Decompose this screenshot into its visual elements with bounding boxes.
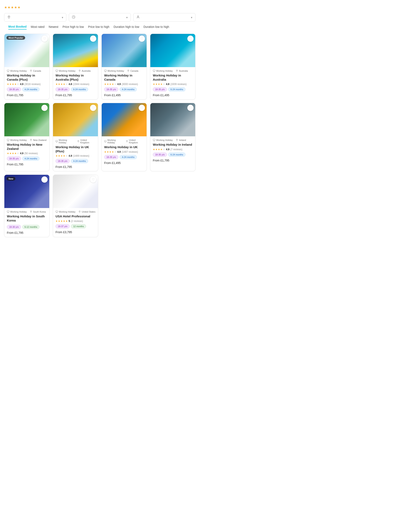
meta-location-text: Australia bbox=[82, 70, 91, 72]
category-icon bbox=[56, 140, 58, 143]
card-stars: ★★★★★ bbox=[153, 83, 165, 86]
tag-duration: 4-24 months bbox=[120, 155, 137, 159]
card-image-wrap: New ♡ bbox=[4, 175, 49, 208]
card-title: Working Holiday in Australia (Plus) bbox=[56, 73, 96, 82]
star-4: ★ bbox=[14, 5, 17, 9]
card-tags: 18-35 y/o 6-24 months bbox=[153, 152, 193, 157]
card-1: Most Popular ♡ Working Holiday Canada Wo… bbox=[4, 34, 50, 100]
heart-icon: ♡ bbox=[141, 106, 143, 110]
svg-rect-31 bbox=[153, 139, 155, 141]
favorite-button[interactable]: ♡ bbox=[41, 105, 48, 111]
location-icon bbox=[30, 139, 32, 141]
card-meta: Working Holiday Ireland bbox=[153, 139, 193, 141]
location-icon bbox=[127, 70, 129, 72]
star-filled: ★ bbox=[155, 83, 158, 86]
heart-icon: ♡ bbox=[189, 37, 192, 40]
review-count: (1487 reviews) bbox=[122, 151, 138, 153]
meta-location-text: United Kingdom bbox=[129, 139, 144, 144]
star-filled: ★ bbox=[160, 83, 163, 86]
star-filled: ★ bbox=[63, 220, 65, 222]
card-price: From £1,495 bbox=[104, 161, 144, 165]
sort-most-rated[interactable]: Most rated bbox=[31, 25, 45, 29]
svg-point-38 bbox=[31, 211, 31, 212]
review-count: (2 reviews) bbox=[71, 220, 83, 222]
card-9: New ♡ Working Holiday South Korea Workin… bbox=[4, 175, 50, 237]
tag-duration: 6-24 months bbox=[71, 87, 88, 91]
category-icon bbox=[7, 210, 9, 213]
sort-most-booked[interactable]: Most Booked bbox=[8, 25, 27, 30]
location-icon bbox=[78, 70, 81, 72]
card-tags: 18-35 y/o 4-24 months bbox=[56, 159, 96, 163]
star-filled: ★ bbox=[60, 83, 63, 86]
star-filled: ★ bbox=[12, 83, 14, 86]
meta-category: Working Holiday bbox=[56, 139, 74, 144]
category-icon bbox=[7, 139, 9, 141]
card-badge-popular: Most Popular bbox=[6, 36, 25, 40]
svg-point-2 bbox=[138, 16, 139, 17]
card-tags: 18-37 y/o 12 months bbox=[56, 224, 96, 228]
star-filled: ★ bbox=[14, 83, 17, 86]
star-filled: ★ bbox=[7, 83, 9, 86]
location-icon bbox=[30, 70, 32, 72]
favorite-button[interactable]: ♡ bbox=[90, 36, 96, 42]
favorite-button[interactable]: ♡ bbox=[139, 105, 145, 111]
meta-location: Ireland bbox=[176, 139, 186, 141]
meta-category: Working Holiday bbox=[7, 139, 27, 141]
card-meta: Working Holiday United Kingdom bbox=[56, 139, 96, 144]
star-filled: ★ bbox=[155, 148, 158, 151]
card-price: From £1,795 bbox=[56, 165, 96, 169]
svg-rect-39 bbox=[56, 211, 58, 212]
favorite-button[interactable]: ♡ bbox=[187, 36, 193, 42]
card-body: Working Holiday Australia Working Holida… bbox=[150, 67, 195, 99]
sort-newest[interactable]: Newest bbox=[49, 25, 58, 29]
sort-price-high-low[interactable]: Price high to low bbox=[63, 25, 84, 29]
card-price: From £1,495 bbox=[104, 94, 144, 97]
favorite-button[interactable]: ♡ bbox=[187, 105, 193, 111]
tag-age: 18-35 y/o bbox=[104, 87, 118, 91]
sort-price-low-high[interactable]: Price low to high bbox=[88, 25, 109, 29]
star-filled: ★ bbox=[107, 83, 109, 86]
svg-rect-23 bbox=[56, 140, 58, 142]
favorite-button[interactable]: ♡ bbox=[90, 177, 96, 183]
duration-filter[interactable]: ▾ bbox=[69, 13, 131, 22]
review-count: (1939 reviews) bbox=[170, 83, 187, 86]
card-body: Working Holiday New Zealand Working Holi… bbox=[4, 136, 49, 169]
card-rating: ★★★★★ 4.9 (3000 reviews) bbox=[104, 83, 144, 86]
tag-age: 18-35 y/o bbox=[153, 152, 167, 157]
category-icon bbox=[7, 70, 9, 72]
favorite-button[interactable]: ♡ bbox=[41, 36, 48, 42]
heart-icon: ♡ bbox=[141, 37, 143, 40]
sort-duration-high-low[interactable]: Duration high to low bbox=[114, 25, 139, 29]
tag-duration: 4-24 months bbox=[22, 157, 39, 161]
rating-stars: ★ ★ ★ ★ ★ bbox=[4, 5, 20, 9]
tag-duration: 6-24 months bbox=[168, 152, 186, 157]
card-image-wrap: Most Popular ♡ bbox=[4, 34, 49, 67]
rating-score: 4.8 bbox=[166, 83, 169, 86]
meta-location-text: New Zealand bbox=[33, 139, 47, 141]
meta-category-text: Working Holiday bbox=[10, 210, 27, 213]
card-image-wrap: ♡ bbox=[102, 103, 147, 136]
favorite-button[interactable]: ♡ bbox=[41, 177, 48, 183]
destination-chevron: ▾ bbox=[62, 16, 63, 19]
favorite-button[interactable]: ♡ bbox=[90, 105, 96, 111]
favorite-button[interactable]: ♡ bbox=[139, 36, 145, 42]
card-stars: ★★★★★ bbox=[56, 220, 68, 222]
card-4: ♡ Working Holiday Australia Working Holi… bbox=[150, 34, 195, 100]
card-rating: ★★★★★ 4.9 (1489 reviews) bbox=[56, 154, 96, 157]
card-meta: Working Holiday Australia bbox=[56, 70, 96, 72]
star-filled: ★ bbox=[56, 220, 58, 222]
destination-filter[interactable]: ▾ bbox=[4, 13, 66, 22]
rating-score: 4.8 bbox=[69, 83, 72, 86]
card-stars: ★★★★★ bbox=[7, 152, 19, 155]
card-rating: ★★★★★ 4.9 (7 reviews) bbox=[153, 148, 193, 151]
svg-rect-19 bbox=[7, 139, 9, 141]
overall-rating: ★ ★ ★ ★ ★ bbox=[4, 5, 195, 9]
sort-duration-low-high[interactable]: Duration low to high bbox=[143, 25, 169, 29]
meta-category: Working Holiday bbox=[153, 70, 173, 72]
svg-rect-35 bbox=[7, 211, 9, 212]
review-count: (3016 reviews) bbox=[24, 83, 41, 86]
card-3: ♡ Working Holiday Canada Working Holiday… bbox=[102, 34, 147, 100]
tag-duration: 6-12 months bbox=[22, 225, 39, 229]
age-filter[interactable]: ▾ bbox=[133, 13, 195, 22]
star-1: ★ bbox=[4, 5, 7, 9]
